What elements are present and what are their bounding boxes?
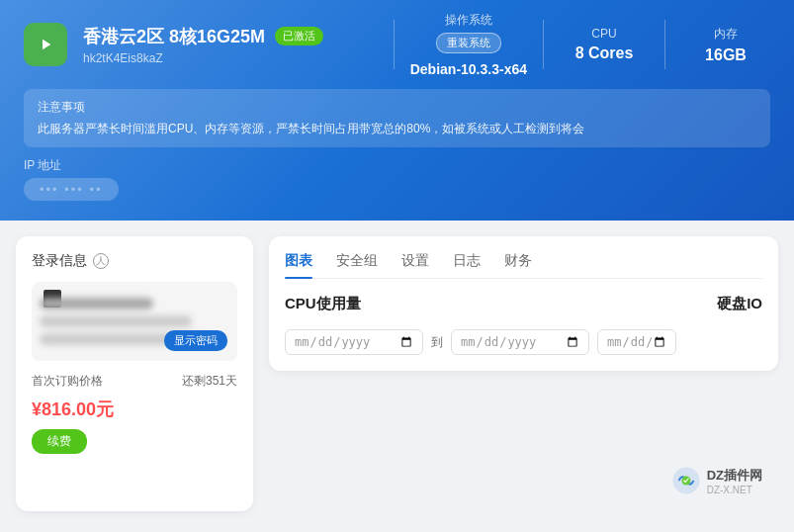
date-start-input[interactable] xyxy=(285,329,423,355)
server-title-row: 香港云2区 8核16G25M 已激活 xyxy=(83,25,378,48)
date-end-input[interactable] xyxy=(451,329,589,355)
login-preview: 显示密码 xyxy=(32,282,237,361)
play-icon xyxy=(37,36,54,53)
divider-1 xyxy=(394,20,395,69)
server-name-block: 香港云2区 8核16G25M 已激活 hk2tK4Eis8kaZ xyxy=(83,25,378,65)
renew-button[interactable]: 续费 xyxy=(32,429,87,454)
active-badge: 已激活 xyxy=(275,27,323,45)
show-password-button[interactable]: 显示密码 xyxy=(164,330,227,351)
tab-charts[interactable]: 图表 xyxy=(285,252,312,278)
top-banner: 香港云2区 8核16G25M 已激活 hk2tK4Eis8kaZ 操作系统 重装… xyxy=(0,0,794,221)
login-info-title: 登录信息 xyxy=(32,252,87,270)
to-label: 到 xyxy=(431,334,443,351)
right-card: 图表 安全组 设置 日志 财务 CPU使用量 硬盘IO 到 xyxy=(269,236,778,371)
login-info-header: 登录信息 人 xyxy=(32,252,237,270)
left-card: 登录信息 人 显示密码 首次订购价格 还剩351天 ¥816.00元 续费 xyxy=(16,236,253,511)
cpu-value: 8 Cores xyxy=(575,44,634,62)
price-text: ¥816.00元 xyxy=(32,398,237,421)
pricing-row: 首次订购价格 还剩351天 xyxy=(32,373,237,390)
watermark-main-text: DZ插件网 xyxy=(707,467,762,485)
cpu-label: CPU xyxy=(591,27,616,41)
play-button[interactable] xyxy=(24,23,67,66)
ip-block: IP 地址 ••• ••• •• xyxy=(24,157,770,205)
tab-logs[interactable]: 日志 xyxy=(453,252,481,278)
server-info-row: 香港云2区 8核16G25M 已激活 hk2tK4Eis8kaZ 操作系统 重装… xyxy=(24,12,770,77)
date-extra-input[interactable] xyxy=(597,329,676,355)
chart-section: CPU使用量 硬盘IO xyxy=(285,295,762,313)
notice-text: 此服务器严禁长时间滥用CPU、内存等资源，严禁长时间占用带宽总的80%，如被系统… xyxy=(38,120,756,137)
date-range-row: 到 xyxy=(285,329,762,355)
memory-spec-block: 内存 16GB xyxy=(681,26,770,64)
first-order-label: 首次订购价格 xyxy=(32,373,103,390)
notice-block: 注意事项 此服务器严禁长时间滥用CPU、内存等资源，严禁长时间占用带宽总的80%… xyxy=(24,89,770,147)
days-left: 还剩351天 xyxy=(182,373,237,390)
tab-finance[interactable]: 财务 xyxy=(504,252,532,278)
cpu-spec-block: CPU 8 Cores xyxy=(560,27,649,62)
bottom-content: 登录信息 人 显示密码 首次订购价格 还剩351天 ¥816.00元 续费 图表… xyxy=(0,221,794,527)
svg-marker-0 xyxy=(43,40,50,50)
user-icon: 人 xyxy=(93,253,109,269)
ip-label: IP 地址 xyxy=(24,157,770,174)
server-name: 香港云2区 8核16G25M xyxy=(83,25,265,48)
watermark-logo-icon xyxy=(671,466,701,495)
divider-3 xyxy=(664,20,665,69)
memory-label: 内存 xyxy=(714,26,738,43)
blur-line-2 xyxy=(40,315,192,327)
disk-io-title: 硬盘IO xyxy=(717,295,762,313)
notice-title: 注意事项 xyxy=(38,99,756,116)
tab-security-group[interactable]: 安全组 xyxy=(336,252,378,278)
server-id: hk2tK4Eis8kaZ xyxy=(83,51,378,65)
ip-value: ••• ••• •• xyxy=(24,178,119,201)
tabs-row: 图表 安全组 设置 日志 财务 xyxy=(285,252,762,279)
tab-settings[interactable]: 设置 xyxy=(401,252,429,278)
watermark-text-block: DZ插件网 DZ-X.NET xyxy=(707,467,762,495)
blur-line-1 xyxy=(40,298,153,310)
divider-2 xyxy=(543,20,544,69)
os-spec-block: 操作系统 重装系统 Debian-10.3.3-x64 xyxy=(410,12,527,77)
memory-value: 16GB xyxy=(705,46,747,64)
reinstall-button[interactable]: 重装系统 xyxy=(436,33,501,53)
cpu-chart-title: CPU使用量 xyxy=(285,295,361,313)
os-value: Debian-10.3.3-x64 xyxy=(410,61,527,77)
watermark: DZ插件网 DZ-X.NET xyxy=(671,466,762,495)
os-label: 操作系统 xyxy=(445,12,492,29)
watermark-sub-text: DZ-X.NET xyxy=(707,485,762,495)
